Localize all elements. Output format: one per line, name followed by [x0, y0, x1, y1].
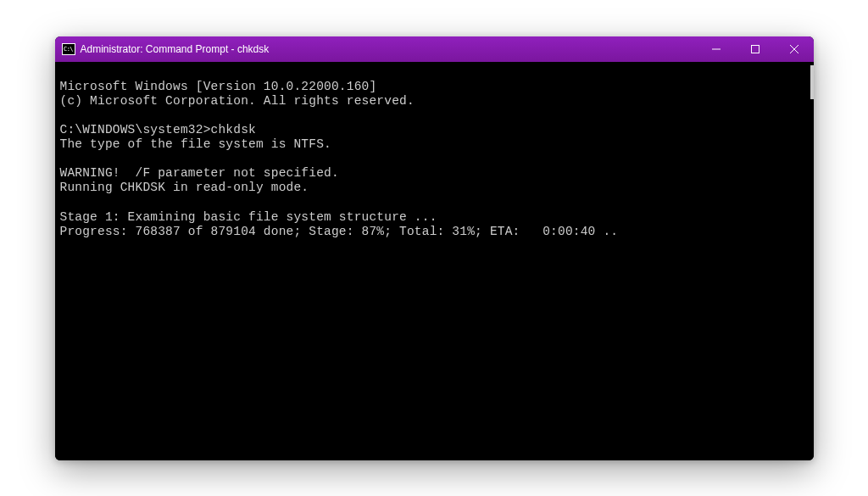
maximize-button[interactable]: [736, 36, 775, 62]
window-title: Administrator: Command Prompt - chkdsk: [81, 43, 270, 55]
output-line: (c) Microsoft Corporation. All rights re…: [60, 94, 415, 108]
output-line: Microsoft Windows [Version 10.0.22000.16…: [60, 80, 377, 93]
output-line: Stage 1: Examining basic file system str…: [60, 210, 437, 224]
scrollbar-thumb[interactable]: [810, 65, 814, 99]
terminal-output[interactable]: Microsoft Windows [Version 10.0.22000.16…: [55, 62, 814, 460]
progress-line: Progress: 768387 of 879104 done; Stage: …: [60, 225, 619, 238]
output-line: Running CHKDSK in read-only mode.: [60, 181, 309, 194]
prompt-line: C:\WINDOWS\system32>chkdsk: [60, 123, 256, 137]
window-controls: [697, 36, 814, 62]
command-prompt-window: C:\ Administrator: Command Prompt - chkd…: [55, 36, 814, 460]
output-line: The type of the file system is NTFS.: [60, 137, 331, 151]
output-line: WARNING! /F parameter not specified.: [60, 166, 339, 180]
minimize-button[interactable]: [697, 36, 736, 62]
svg-rect-1: [751, 45, 759, 53]
titlebar[interactable]: C:\ Administrator: Command Prompt - chkd…: [55, 36, 814, 62]
close-button[interactable]: [775, 36, 814, 62]
cmd-icon: C:\: [62, 43, 75, 55]
